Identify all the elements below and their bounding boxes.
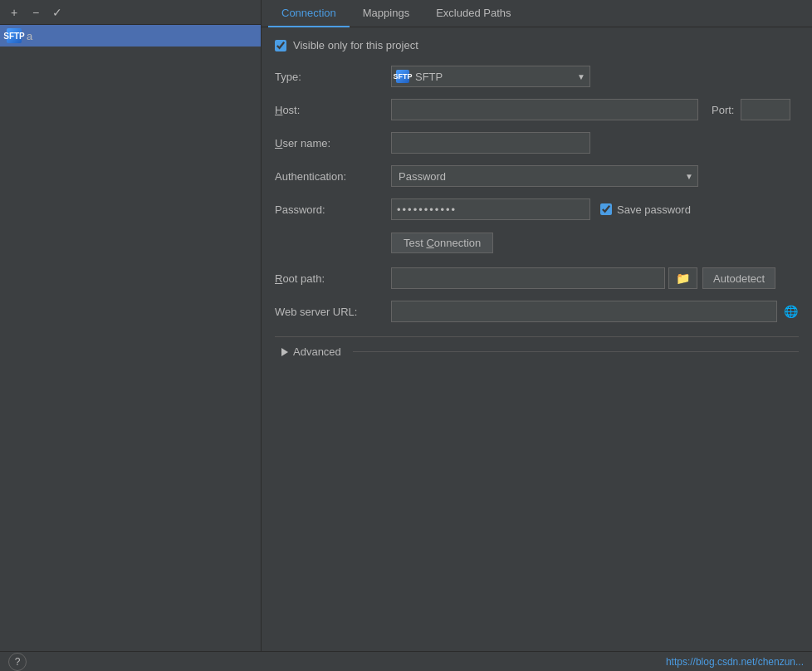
advanced-divider (353, 351, 799, 352)
sidebar: + − ✓ SFTP a (0, 0, 262, 651)
browse-button[interactable]: 📁 (668, 267, 697, 289)
autodetect-button[interactable]: Autodetect (702, 267, 775, 289)
port-input[interactable]: 22 (741, 99, 790, 120)
save-password-checkbox[interactable] (600, 203, 612, 215)
password-label: Password: (275, 203, 391, 216)
server-label: a (27, 30, 32, 42)
list-item[interactable]: SFTP a (0, 25, 261, 47)
visible-only-row: Visible only for this project (275, 39, 799, 51)
tab-bar: Connection Mappings Excluded Paths (262, 0, 812, 27)
username-input[interactable]: root (391, 132, 590, 154)
username-row: User name: root (275, 131, 799, 154)
root-path-label: Root path: (275, 272, 391, 285)
web-icon: 🌐 (782, 303, 799, 320)
web-url-input[interactable]: http://159.138.153.191 (391, 301, 777, 322)
server-list: SFTP a (0, 25, 261, 651)
auth-row: Authentication: Password Key pair (OpenS… (275, 164, 799, 188)
sidebar-toolbar: + − ✓ (0, 0, 261, 25)
tab-excluded-paths[interactable]: Excluded Paths (423, 0, 524, 27)
visible-only-checkbox[interactable] (275, 40, 286, 51)
web-url-row: Web server URL: http://159.138.153.191 🌐 (275, 300, 799, 323)
browse-icon: 📁 (676, 272, 690, 285)
sftp-icon: SFTP (7, 28, 22, 43)
type-select[interactable]: SFTP FTP FTPS (391, 66, 590, 87)
web-url-label: Web server URL: (275, 306, 391, 318)
confirm-button[interactable]: ✓ (48, 3, 66, 22)
port-label: Port: (712, 104, 734, 116)
password-row: Password: Save password (275, 198, 799, 221)
save-password-row: Save password (600, 203, 691, 216)
help-button[interactable]: ? (8, 653, 27, 671)
test-connection-button[interactable]: Test Connection (391, 233, 493, 253)
status-url[interactable]: https://blog.csdn.net/chenzun... (666, 656, 804, 668)
visible-only-label[interactable]: Visible only for this project (293, 39, 418, 51)
test-connection-row: Test Connection (275, 231, 799, 257)
host-label: Host: (275, 104, 391, 116)
save-password-label[interactable]: Save password (617, 203, 691, 216)
password-input[interactable] (391, 198, 590, 220)
host-row: Host: 159.138.153.191 Port: 22 (275, 98, 799, 121)
tab-mappings[interactable]: Mappings (350, 0, 423, 27)
type-label: Type: (275, 71, 391, 83)
root-path-row: Root path: /opt/apache-tomcat-8.5.31/web… (275, 267, 799, 290)
type-row: Type: SFTP SFTP FTP FTPS ▼ (275, 65, 799, 88)
root-path-input[interactable]: /opt/apache-tomcat-8.5.31/webapps (391, 267, 665, 289)
auth-select[interactable]: Password Key pair (OpenSSH or PuTTY) Ope… (391, 165, 698, 187)
username-label: User name: (275, 137, 391, 149)
auth-label: Authentication: (275, 170, 391, 183)
host-input[interactable]: 159.138.153.191 (391, 99, 698, 120)
advanced-triangle-icon (281, 348, 288, 356)
tab-connection[interactable]: Connection (268, 0, 350, 27)
type-select-wrapper: SFTP SFTP FTP FTPS ▼ (391, 66, 590, 87)
advanced-label: Advanced (293, 345, 341, 358)
remove-server-button[interactable]: − (27, 3, 45, 22)
content-panel: Connection Mappings Excluded Paths Visib… (262, 0, 812, 651)
add-server-button[interactable]: + (5, 3, 23, 22)
auth-select-wrapper: Password Key pair (OpenSSH or PuTTY) Ope… (391, 165, 698, 187)
status-bar: ? https://blog.csdn.net/chenzun... (0, 651, 812, 671)
advanced-section[interactable]: Advanced (275, 336, 799, 366)
connection-form: Visible only for this project Type: SFTP… (262, 27, 812, 378)
test-connection-label: Test Connection (404, 237, 481, 249)
